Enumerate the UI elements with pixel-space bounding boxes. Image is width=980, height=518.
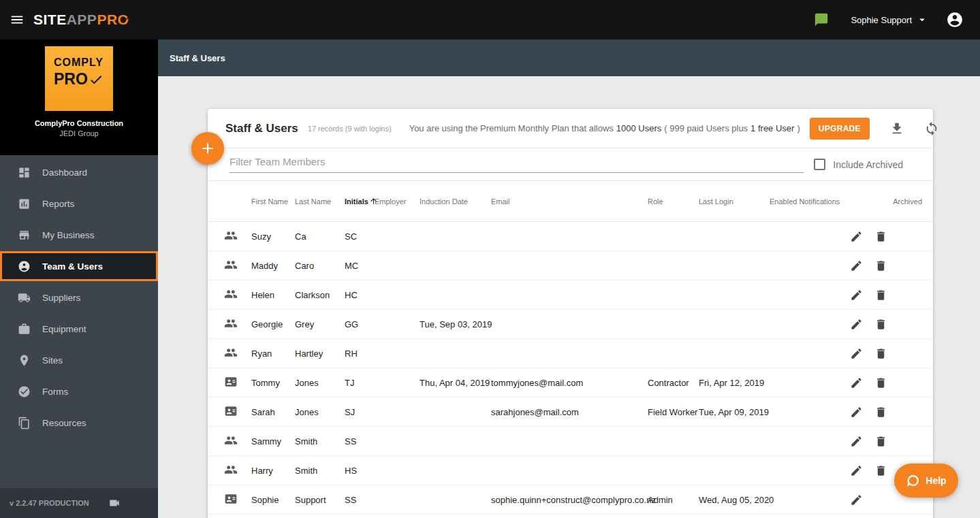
- download-icon[interactable]: [889, 121, 904, 136]
- col-employer[interactable]: Employer: [375, 197, 420, 206]
- edit-icon[interactable]: [850, 464, 863, 477]
- cell-type: [224, 375, 251, 391]
- complypro-logo-line2: PRO: [54, 70, 113, 88]
- staff-users-card: Staff & Users 17 records (9 with logins)…: [208, 109, 933, 518]
- sidebar-item-dashboard[interactable]: Dashboard: [0, 157, 158, 188]
- sidebar-item-resources[interactable]: Resources: [0, 407, 158, 438]
- cell-role: Admin: [648, 495, 699, 505]
- edit-icon[interactable]: [850, 289, 863, 302]
- cell-email: sophie.quinn+construct@complypro.co.nz: [491, 495, 648, 505]
- col-archived[interactable]: Archived: [892, 197, 922, 206]
- cell-type: [224, 317, 251, 332]
- caret-down-icon[interactable]: [916, 14, 928, 26]
- plus-icon: [199, 140, 217, 157]
- video-icon[interactable]: [108, 497, 121, 509]
- cell-role: Contractor: [648, 378, 699, 388]
- sidebar-item-team-users[interactable]: Team & Users: [0, 251, 158, 281]
- topbar-right: Sophie Support: [814, 11, 964, 29]
- edit-icon[interactable]: [850, 493, 863, 506]
- menu-icon[interactable]: [10, 12, 25, 27]
- cell-initials: SJ: [345, 407, 375, 417]
- truck-icon: [18, 291, 31, 304]
- people-icon: [224, 463, 238, 476]
- cell-type: [224, 346, 251, 361]
- cell-induction-date: Thu, Apr 04, 2019: [420, 378, 491, 388]
- sidebar-item-equipment[interactable]: Equipment: [0, 313, 158, 344]
- contact-card-icon: [224, 492, 238, 506]
- company-name: ComplyPro Construction: [0, 119, 158, 127]
- row-actions: [846, 347, 892, 360]
- cell-initials: MC: [345, 261, 375, 271]
- cell-initials: TJ: [345, 378, 375, 388]
- delete-icon[interactable]: [874, 435, 887, 448]
- sidebar-item-label: Sites: [42, 355, 63, 366]
- cell-type: [224, 404, 251, 420]
- sidebar-item-forms[interactable]: Forms: [0, 376, 158, 407]
- sidebar: COMPLY PRO ComplyPro Construction JEDI G…: [0, 39, 158, 518]
- col-initials[interactable]: Initials: [345, 197, 375, 206]
- sidebar-item-label: Reports: [42, 199, 74, 209]
- complypro-logo: COMPLY PRO: [45, 46, 113, 111]
- staff-table-body: SuzyCaSCMaddyCaroMCHelenClarksonHCGeorgi…: [208, 222, 933, 515]
- cell-first-name: Ryan: [251, 349, 295, 359]
- filter-input[interactable]: [230, 156, 804, 173]
- people-icon: [224, 346, 238, 359]
- cell-last-name: Jones: [295, 407, 345, 417]
- edit-icon[interactable]: [850, 376, 863, 389]
- col-induction-date[interactable]: Induction Date: [420, 197, 491, 206]
- edit-icon[interactable]: [850, 406, 863, 419]
- col-email[interactable]: Email: [491, 197, 648, 206]
- account-icon[interactable]: [946, 11, 964, 29]
- sidebar-item-reports[interactable]: Reports: [0, 188, 158, 219]
- help-label: Help: [926, 475, 946, 486]
- delete-icon[interactable]: [874, 406, 887, 419]
- sidebar-item-label: Resources: [42, 418, 86, 428]
- include-archived-checkbox[interactable]: [814, 159, 825, 170]
- check-circle-icon: [18, 385, 31, 398]
- sidebar-item-suppliers[interactable]: Suppliers: [0, 282, 158, 313]
- sidebar-item-my-business[interactable]: My Business: [0, 219, 158, 250]
- store-icon: [18, 229, 31, 242]
- cell-last-login: Wed, Aug 05, 2020: [699, 495, 770, 505]
- user-menu-name[interactable]: Sophie Support: [851, 15, 912, 25]
- chat-icon[interactable]: [814, 12, 829, 27]
- edit-icon[interactable]: [850, 230, 863, 243]
- delete-icon[interactable]: [874, 289, 887, 302]
- sync-icon[interactable]: [924, 121, 939, 136]
- sidebar-item-label: Suppliers: [42, 293, 80, 303]
- cell-first-name: Tommy: [251, 378, 295, 388]
- table-row: SophieSupportSSsophie.quinn+construct@co…: [208, 485, 933, 515]
- edit-icon[interactable]: [850, 318, 863, 331]
- cell-initials: SS: [345, 436, 375, 447]
- cell-type: [224, 434, 251, 449]
- col-first-name[interactable]: First Name: [251, 197, 295, 206]
- include-archived-label[interactable]: Include Archived: [833, 159, 903, 170]
- col-notifications[interactable]: Enabled Notifications: [770, 197, 846, 206]
- delete-icon[interactable]: [874, 230, 887, 243]
- delete-icon[interactable]: [874, 347, 887, 360]
- delete-icon[interactable]: [874, 376, 887, 389]
- delete-icon[interactable]: [874, 464, 887, 477]
- table-row: TommyJonesTJThu, Apr 04, 2019tommyjones@…: [208, 368, 933, 398]
- top-bar: SITE APP PRO Sophie Support: [0, 0, 980, 39]
- sidebar-item-sites[interactable]: Sites: [0, 344, 158, 376]
- sidebar-item-label: Dashboard: [42, 167, 87, 178]
- delete-icon[interactable]: [874, 259, 887, 272]
- edit-icon[interactable]: [850, 347, 863, 360]
- cell-last-name: Support: [295, 495, 345, 505]
- edit-icon[interactable]: [850, 435, 863, 448]
- people-icon: [224, 258, 238, 272]
- add-staff-button[interactable]: [191, 132, 224, 165]
- sidebar-item-label: Team & Users: [42, 261, 103, 272]
- cell-initials: HS: [345, 466, 375, 476]
- col-last-login[interactable]: Last Login: [699, 197, 770, 206]
- edit-icon[interactable]: [850, 259, 863, 272]
- col-last-name[interactable]: Last Name: [295, 197, 345, 206]
- row-actions: [846, 493, 892, 506]
- logo-check-icon: [120, 14, 130, 25]
- upgrade-button[interactable]: UPGRADE: [810, 118, 870, 140]
- help-button[interactable]: Help: [894, 464, 958, 498]
- delete-icon[interactable]: [874, 318, 887, 331]
- col-role[interactable]: Role: [648, 197, 699, 206]
- company-logo-block: COMPLY PRO ComplyPro Construction JEDI G…: [0, 39, 158, 155]
